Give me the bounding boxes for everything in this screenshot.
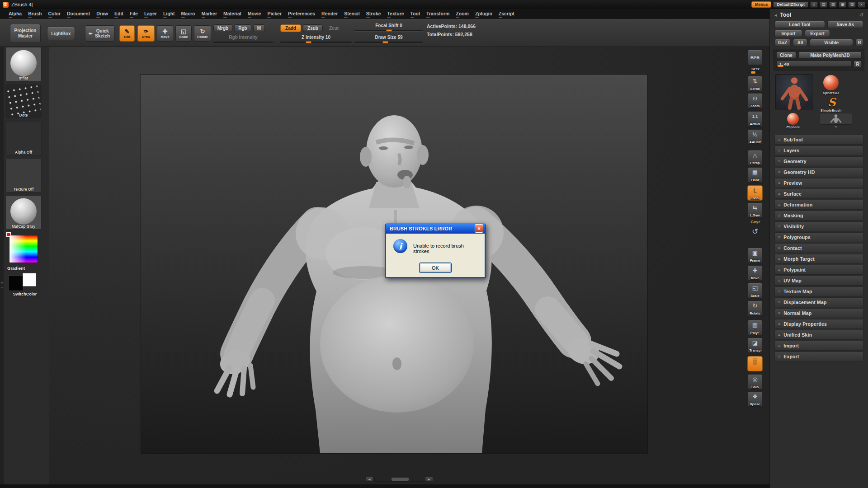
mrgb-button[interactable]: Mrgb	[213, 24, 232, 32]
menu-alpha[interactable]: Alpha	[5, 9, 25, 19]
brush-selector[interactable]: Inflat	[5, 47, 42, 81]
sphere3d-thumbnail[interactable]	[823, 75, 839, 90]
menu-texture[interactable]: Texture	[384, 9, 407, 19]
section-display-properties[interactable]: ≡Display Properties	[774, 319, 863, 329]
move3d-button[interactable]: ✚ Move	[747, 265, 763, 281]
make-polymesh3d-button[interactable]: Make PolyMesh3D	[798, 52, 862, 59]
section-preview[interactable]: ≡Preview	[774, 178, 863, 188]
left-tray-divider[interactable]	[0, 47, 4, 484]
transp-button[interactable]: ◪ Transp	[747, 338, 763, 353]
menu-document[interactable]: Document	[64, 9, 93, 19]
menu-preferences[interactable]: Preferences	[285, 9, 318, 19]
section-layers[interactable]: ≡Layers	[774, 145, 863, 155]
menu-movie[interactable]: Movie	[245, 9, 264, 19]
subtool-resolution-thumb[interactable]	[778, 65, 783, 67]
menu-brush[interactable]: Brush	[25, 9, 45, 19]
menu-render[interactable]: Render	[318, 9, 341, 19]
error-dialog-titlebar[interactable]: BRUSH STROKES ERROR ×	[386, 223, 485, 234]
section-contact[interactable]: ≡Contact	[774, 243, 863, 253]
import-button[interactable]: Import	[774, 30, 802, 37]
section-displacement-map[interactable]: ≡Displacement Map	[774, 297, 863, 307]
move-mode-button[interactable]: ✚ Move	[157, 25, 173, 42]
stroke-selector[interactable]: Dots	[5, 84, 42, 118]
gradient-swatch[interactable]	[9, 235, 38, 263]
polyf-button[interactable]: ▦ PolyF	[747, 320, 763, 335]
scrollbar-track[interactable]	[374, 477, 424, 482]
focal-shift-thumb[interactable]	[386, 29, 392, 32]
simplebrush-thumbnail[interactable]: S	[825, 96, 839, 108]
menu-picker[interactable]: Picker	[264, 9, 285, 19]
m-button[interactable]: M	[253, 24, 265, 32]
actual-button[interactable]: 1:1 Actual	[747, 111, 763, 127]
current-tool-thumbnail[interactable]	[775, 74, 813, 110]
panel-toggle-icon[interactable]: ⊟	[848, 1, 856, 8]
zsphere-thumbnail[interactable]	[787, 113, 799, 125]
layout-icon[interactable]: ▤	[820, 1, 827, 8]
menu-stencil[interactable]: Stencil	[341, 9, 363, 19]
scale3d-button[interactable]: ◱ Scale	[747, 283, 763, 298]
rotate-mode-button[interactable]: ↻ Rotate	[194, 25, 211, 42]
section-geometry-hd[interactable]: ≡Geometry HD	[774, 167, 863, 177]
section-polypaint[interactable]: ≡Polypaint	[774, 265, 863, 275]
horizontal-scrollbar[interactable]: ◀ ▶	[365, 477, 433, 482]
section-morph-target[interactable]: ≡Morph Target	[774, 254, 863, 264]
menus-toggle-button[interactable]: Menus	[751, 1, 772, 8]
z-intensity-slider[interactable]: Z Intensity 10	[280, 35, 352, 43]
menu-tool[interactable]: Tool	[407, 9, 423, 19]
texture-selector[interactable]: Texture Off	[5, 158, 42, 192]
section-texture-map[interactable]: ≡Texture Map	[774, 286, 863, 296]
menu-zplugin[interactable]: Zplugin	[472, 9, 495, 19]
menu-light[interactable]: Light	[160, 9, 178, 19]
clone-button[interactable]: Clone	[776, 52, 796, 59]
spix-thumb[interactable]	[751, 71, 755, 74]
zcut-button[interactable]: Zcut	[329, 26, 339, 31]
menu-color[interactable]: Color	[45, 9, 64, 19]
draw-size-slider[interactable]: Draw Size 59	[354, 35, 423, 43]
tray-divider-handle-icon[interactable]	[1, 282, 3, 288]
spin-canvas-icon[interactable]: ↺	[747, 227, 763, 236]
draw-mode-button[interactable]: ✑ Draw	[137, 25, 155, 42]
edit-mode-button[interactable]: ✎ Edit	[119, 25, 135, 42]
menu-stroke[interactable]: Stroke	[363, 9, 384, 19]
solo-button[interactable]: ◎ Solo	[747, 374, 763, 389]
all-button[interactable]: All	[793, 39, 807, 46]
alpha-selector[interactable]: Alpha Off	[5, 121, 42, 155]
ok-button[interactable]: OK	[419, 263, 452, 273]
section-normal-map[interactable]: ≡Normal Map	[774, 308, 863, 318]
main-color-swatch[interactable]	[8, 276, 24, 291]
section-uv-map[interactable]: ≡UV Map	[774, 276, 863, 286]
zadd-button[interactable]: Zadd	[280, 24, 301, 32]
section-export[interactable]: ≡Export	[774, 352, 863, 361]
section-deformation[interactable]: ≡Deformation	[774, 200, 863, 210]
panel-collapse-icon[interactable]: ◂	[774, 12, 777, 18]
r2-button[interactable]: R	[854, 61, 862, 68]
menu-zoom[interactable]: Zoom	[453, 9, 472, 19]
scroll-right-icon[interactable]: ▶	[425, 477, 433, 482]
menu-transform[interactable]: Transform	[423, 9, 453, 19]
scroll-button[interactable]: ⇅ Scroll	[747, 76, 763, 91]
draw-size-thumb[interactable]	[382, 41, 388, 43]
section-visibility[interactable]: ≡Visibility	[774, 221, 863, 231]
lightbox-button[interactable]: LightBox	[47, 27, 75, 40]
close-icon[interactable]: ×	[858, 1, 865, 8]
rgb-button[interactable]: Rgb	[234, 24, 251, 32]
persp-button[interactable]: △ Persp	[747, 150, 763, 165]
quick-sketch-button[interactable]: ✏ Quick Sketch	[85, 25, 115, 42]
z-intensity-thumb[interactable]	[306, 41, 311, 43]
projection-master-button[interactable]: Projection Master	[10, 24, 41, 43]
color-picker[interactable]: Gradient	[5, 234, 44, 264]
section-subtool[interactable]: ≡SubTool	[774, 135, 863, 145]
frame-button[interactable]: ▣ Frame	[747, 248, 763, 263]
focal-shift-slider[interactable]: Focal Shift 0	[354, 23, 423, 31]
grid-icon[interactable]: ⊞	[829, 1, 837, 8]
section-geometry[interactable]: ≡Geometry	[774, 156, 863, 166]
subtool-resolution-slider[interactable]: 1. 48	[776, 61, 851, 67]
aahalf-button[interactable]: ½ AAHalf	[747, 129, 763, 145]
menu-file[interactable]: File	[127, 9, 141, 19]
menu-macro[interactable]: Macro	[178, 9, 198, 19]
menu-marker[interactable]: Marker	[198, 9, 220, 19]
ghost-button[interactable]: ▒	[747, 356, 763, 371]
bpr-button[interactable]: BPR	[747, 50, 763, 65]
menu-material[interactable]: Material	[220, 9, 245, 19]
export-button[interactable]: Export	[805, 30, 830, 37]
